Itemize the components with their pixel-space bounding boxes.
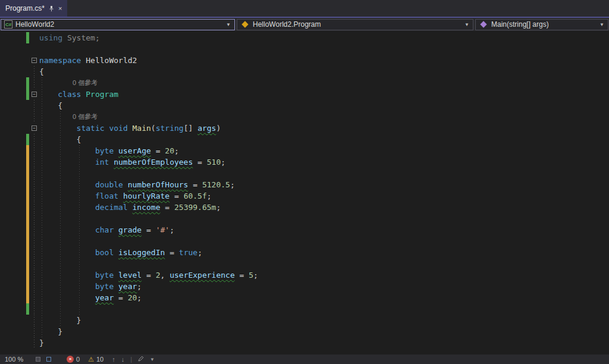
- type-dropdown[interactable]: HelloWorld2.Program ▼: [237, 19, 473, 30]
- editor-status-bar: 100 % × 0 ⚠ 10 ↑ ↓ | ▼: [0, 354, 609, 364]
- code-line: byte year;: [0, 281, 609, 292]
- outlining-margin: [29, 349, 39, 354]
- code-token: 2: [156, 271, 161, 280]
- outlining-margin: [29, 247, 39, 258]
- code-token: [128, 124, 133, 133]
- member-dropdown[interactable]: Main(string[] args) ▼: [475, 19, 608, 30]
- pin-icon[interactable]: [49, 5, 54, 12]
- type-dropdown-label: HelloWorld2.Program: [250, 20, 463, 29]
- outlining-margin: [29, 100, 39, 111]
- code-token: =: [142, 271, 155, 280]
- close-icon[interactable]: ×: [58, 5, 62, 12]
- outlining-margin: [29, 66, 39, 77]
- code-line: −namespace HelloWorld2: [0, 55, 609, 66]
- code-token: =: [193, 158, 206, 167]
- code-token: ;: [137, 282, 142, 291]
- code-token: }: [58, 327, 62, 336]
- code-line: [0, 258, 609, 269]
- outlining-margin: [29, 168, 39, 179]
- code-token: 25399.65m: [174, 203, 216, 212]
- code-line: bool isLoggedIn = true;: [0, 247, 609, 258]
- code-token: ;: [169, 225, 174, 234]
- code-token: static: [77, 124, 105, 133]
- code-line: {: [0, 66, 609, 77]
- code-token: void: [109, 124, 127, 133]
- code-token: ): [216, 124, 221, 133]
- square-icon[interactable]: [36, 357, 40, 362]
- code-token: {: [77, 135, 81, 144]
- code-token: isLoggedIn: [118, 248, 165, 257]
- code-token: 510: [207, 158, 221, 167]
- code-token: byte: [95, 271, 114, 280]
- arrow-down-icon[interactable]: ↓: [121, 356, 125, 363]
- code-line: char grade = '#';: [0, 224, 609, 236]
- outline-guide-line: [34, 134, 34, 145]
- outline-guide-line: [34, 247, 34, 258]
- code-token: ;: [216, 203, 221, 212]
- code-token: grade: [118, 225, 142, 234]
- code-token: (: [151, 124, 156, 133]
- tab-program-cs[interactable]: Program.cs* ×: [0, 0, 67, 17]
- code-token: '#': [156, 225, 169, 234]
- fold-collapse-box[interactable]: −: [32, 125, 37, 131]
- outlining-margin: [29, 213, 39, 224]
- code-token: year: [118, 282, 137, 291]
- code-editor[interactable]: using System;−namespace HelloWorld2{0 個參…: [0, 31, 609, 354]
- project-dropdown[interactable]: C# HelloWorld2 ▼: [1, 19, 235, 30]
- outlining-margin: [29, 43, 39, 55]
- code-token: 20: [165, 146, 174, 155]
- outlining-margin: [29, 111, 39, 123]
- error-summary[interactable]: × 0: [67, 356, 80, 363]
- code-lines-container: using System;−namespace HelloWorld2{0 個參…: [0, 32, 609, 354]
- code-line: }: [0, 326, 609, 337]
- fold-collapse-box[interactable]: −: [32, 58, 37, 63]
- warning-count: 10: [96, 356, 103, 363]
- outlining-margin: [29, 202, 39, 213]
- code-token: []: [184, 124, 197, 133]
- outline-guide-line: [34, 111, 34, 123]
- code-token: Program: [86, 90, 118, 99]
- code-token: ;: [174, 146, 179, 155]
- zoom-selector[interactable]: 100 %: [5, 356, 36, 363]
- code-text: namespace HelloWorld2: [39, 55, 137, 66]
- tab-strip: Program.cs* ×: [0, 0, 609, 17]
- outline-guide-line: [34, 292, 34, 303]
- outline-guide-line: [34, 202, 34, 213]
- code-token: using: [39, 33, 62, 42]
- code-token: =: [165, 248, 178, 257]
- chevron-down-icon[interactable]: ▼: [150, 357, 155, 362]
- outline-guide-line: [34, 315, 34, 326]
- code-text: {: [39, 134, 81, 145]
- warning-summary[interactable]: ⚠ 10: [88, 356, 103, 363]
- code-line: {: [0, 100, 609, 111]
- codelens-references[interactable]: 0 個參考: [39, 111, 98, 123]
- chevron-down-icon[interactable]: ▼: [598, 22, 606, 27]
- code-line: }: [0, 337, 609, 349]
- code-line: byte userAge = 20;: [0, 145, 609, 156]
- arrow-up-icon[interactable]: ↑: [112, 356, 115, 363]
- code-token: =: [114, 293, 127, 302]
- outline-guide-line: [34, 179, 34, 190]
- outlining-margin: [29, 303, 39, 315]
- chevron-down-icon[interactable]: ▼: [463, 22, 471, 27]
- code-text: float hourlyRate = 60.5f;: [39, 190, 212, 202]
- code-token: income: [133, 203, 161, 212]
- fold-collapse-box[interactable]: −: [32, 92, 37, 97]
- code-token: =: [169, 192, 183, 200]
- code-text: double numberOfHours = 5120.5;: [39, 179, 235, 190]
- code-token: bool: [95, 248, 114, 257]
- outline-square-icon[interactable]: [46, 357, 51, 362]
- code-line: [0, 303, 609, 315]
- codelens-references[interactable]: 0 個參考: [39, 77, 98, 89]
- error-icon: ×: [67, 356, 74, 363]
- pencil-icon[interactable]: [138, 356, 144, 363]
- chevron-down-icon[interactable]: ▼: [224, 22, 233, 27]
- outlining-margin: [29, 258, 39, 269]
- outline-guide-line: [34, 326, 34, 337]
- code-line: 0 個參考: [0, 77, 609, 89]
- code-text: char grade = '#';: [39, 224, 174, 236]
- code-token: numberOfHours: [128, 180, 189, 189]
- class-icon: [241, 21, 248, 27]
- code-line: [0, 43, 609, 55]
- code-token: class: [58, 90, 81, 99]
